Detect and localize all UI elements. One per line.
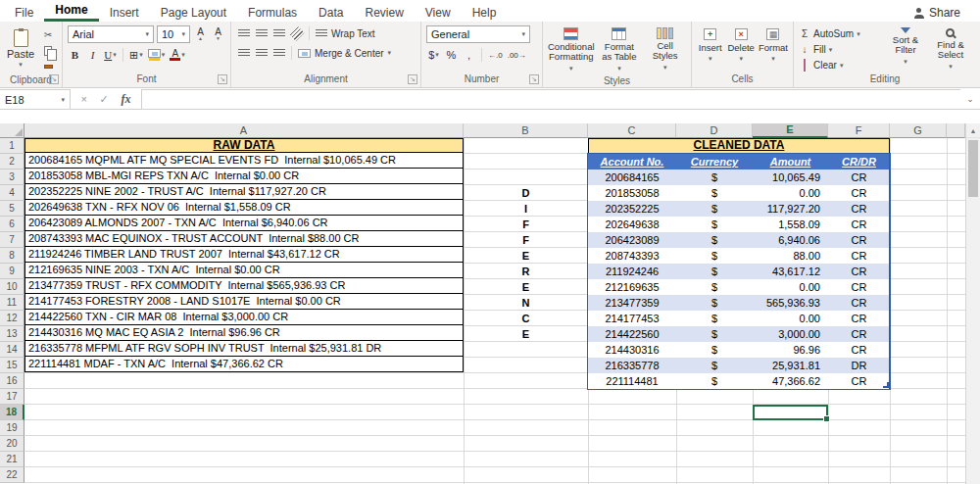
- dialog-launcher-icon[interactable]: ↘: [408, 74, 417, 84]
- cell-account[interactable]: 216335778: [588, 358, 676, 373]
- table-header-amount[interactable]: Amount: [753, 154, 828, 169]
- row-header-12[interactable]: 12: [0, 311, 24, 326]
- difference-letter[interactable]: F: [464, 217, 588, 232]
- cell-account[interactable]: 214177453: [588, 311, 676, 326]
- merge-center-button[interactable]: Merge & Center ▾: [297, 45, 392, 61]
- column-header-b[interactable]: B: [464, 123, 588, 138]
- row-header-7[interactable]: 7: [0, 232, 24, 248]
- cell-currency[interactable]: $: [676, 279, 753, 295]
- column-header-a[interactable]: A: [24, 123, 464, 138]
- font-size-select[interactable]: 10▾: [157, 25, 190, 43]
- cell-account[interactable]: 201853058: [588, 185, 676, 201]
- share-button[interactable]: Share: [908, 4, 966, 22]
- difference-letter[interactable]: I: [464, 201, 588, 217]
- raw-data-cell[interactable]: 216335778 MFPML ATF RGV SOPH INV TRUST I…: [24, 340, 464, 357]
- cell-currency[interactable]: $: [676, 217, 753, 232]
- cell-amount[interactable]: 1,558.09: [753, 217, 828, 232]
- borders-button[interactable]: ⊞▾: [128, 47, 144, 63]
- cell-amount[interactable]: 6,940.06: [753, 232, 828, 248]
- cell-account[interactable]: 200684165: [588, 169, 676, 185]
- cleaned-data-title-cell[interactable]: CLEANED DATA: [588, 138, 890, 154]
- cell-amount[interactable]: 0.00: [753, 185, 828, 201]
- name-box[interactable]: E18 ▾: [0, 89, 71, 110]
- cell-currency[interactable]: $: [676, 311, 753, 326]
- row-header-10[interactable]: 10: [0, 279, 24, 295]
- cell-crdr[interactable]: DR: [828, 358, 890, 373]
- fill-button[interactable]: ↓ Fill ▾: [799, 43, 881, 56]
- clear-button[interactable]: Clear ▾: [799, 59, 881, 72]
- tab-view[interactable]: View: [415, 3, 462, 22]
- number-format-select[interactable]: General▾: [426, 25, 530, 43]
- italic-button[interactable]: I: [85, 47, 100, 63]
- row-header-21[interactable]: 21: [0, 452, 24, 467]
- cell-account[interactable]: 214430316: [588, 342, 676, 358]
- scroll-up-icon[interactable]: ▲: [966, 123, 980, 138]
- active-cell-e18[interactable]: [753, 405, 828, 420]
- select-all-corner[interactable]: [0, 123, 24, 138]
- expand-formula-bar-icon[interactable]: ⌄: [960, 89, 980, 110]
- raw-data-cell[interactable]: 211924246 TIMBER LAND TRUST 2007 Interna…: [24, 246, 464, 263]
- row-header-20[interactable]: 20: [0, 436, 24, 452]
- tab-help[interactable]: Help: [462, 3, 508, 22]
- align-right-button[interactable]: [271, 45, 286, 61]
- column-header-partial[interactable]: [947, 123, 965, 138]
- column-header-g[interactable]: G: [890, 123, 947, 138]
- cut-button[interactable]: ✂: [40, 28, 56, 41]
- cell-currency[interactable]: $: [676, 295, 753, 311]
- row-header-2[interactable]: 2: [0, 154, 24, 169]
- row-header-6[interactable]: 6: [0, 217, 24, 232]
- cell-currency[interactable]: $: [676, 232, 753, 248]
- cell-currency[interactable]: $: [676, 201, 753, 217]
- difference-letter[interactable]: F: [464, 232, 588, 248]
- cell-crdr[interactable]: CR: [828, 201, 890, 217]
- cell-account[interactable]: 202352225: [588, 201, 676, 217]
- conditional-formatting-button[interactable]: Conditional Formatting ▾: [548, 25, 595, 73]
- sort-filter-button[interactable]: Sort & Filter ▾: [885, 25, 926, 72]
- align-middle-button[interactable]: [254, 25, 269, 41]
- row-header-18[interactable]: 18: [0, 405, 24, 420]
- table-header-account[interactable]: Account No.: [588, 154, 676, 169]
- cell-amount[interactable]: 3,000.00: [753, 326, 828, 342]
- cell-amount[interactable]: 0.00: [753, 279, 828, 295]
- column-header-d[interactable]: D: [676, 123, 753, 138]
- raw-data-cell[interactable]: 212169635 NINE 2003 - TXN A/C Internal $…: [24, 262, 464, 278]
- cell-currency[interactable]: $: [676, 358, 753, 373]
- font-name-select[interactable]: Arial▾: [68, 25, 154, 43]
- row-header-3[interactable]: 3: [0, 169, 24, 185]
- row-header-17[interactable]: 17: [0, 389, 24, 405]
- cell-currency[interactable]: $: [676, 342, 753, 358]
- dialog-launcher-icon[interactable]: ↘: [529, 74, 539, 84]
- comma-style-button[interactable]: ,: [462, 47, 476, 63]
- cell-crdr[interactable]: CR: [828, 373, 890, 389]
- cell-currency[interactable]: $: [676, 248, 753, 264]
- cell-crdr[interactable]: CR: [828, 295, 890, 311]
- cell-currency[interactable]: $: [676, 264, 753, 279]
- row-header-14[interactable]: 14: [0, 342, 24, 358]
- increase-decimal-button[interactable]: ←.0: [487, 47, 504, 63]
- orientation-button[interactable]: [289, 25, 304, 41]
- difference-letter[interactable]: N: [464, 295, 588, 311]
- paste-button[interactable]: Paste ▾: [5, 25, 36, 73]
- difference-letter[interactable]: E: [464, 279, 588, 295]
- tab-formulas[interactable]: Formulas: [237, 3, 308, 22]
- cell-amount[interactable]: 565,936.93: [753, 295, 828, 311]
- table-header-crdr[interactable]: CR/DR: [828, 154, 890, 169]
- difference-letter[interactable]: E: [464, 326, 588, 342]
- format-painter-button[interactable]: [40, 60, 56, 73]
- row-header-5[interactable]: 5: [0, 201, 24, 217]
- align-top-button[interactable]: [236, 25, 251, 41]
- difference-letter[interactable]: R: [464, 264, 588, 279]
- align-bottom-button[interactable]: [271, 25, 286, 41]
- difference-letter[interactable]: E: [464, 248, 588, 264]
- raw-data-cell[interactable]: 214430316 MQ MAC EQ ASIA 2 Internal $96.…: [24, 324, 464, 341]
- cell-currency[interactable]: $: [676, 373, 753, 389]
- row-header-11[interactable]: 11: [0, 295, 24, 311]
- scrollbar-thumb[interactable]: [968, 140, 978, 197]
- tab-review[interactable]: Review: [354, 3, 414, 22]
- cell-account[interactable]: 202649638: [588, 217, 676, 232]
- cell-account[interactable]: 212169635: [588, 279, 676, 295]
- table-header-currency[interactable]: Currency: [676, 154, 753, 169]
- copy-button[interactable]: [40, 44, 56, 57]
- raw-data-cell[interactable]: 214422560 TXN - CIR MAR 08 Internal $3,0…: [24, 309, 464, 325]
- raw-data-cell[interactable]: 221114481 MDAF - TXN A/C Internal $47,36…: [24, 356, 464, 372]
